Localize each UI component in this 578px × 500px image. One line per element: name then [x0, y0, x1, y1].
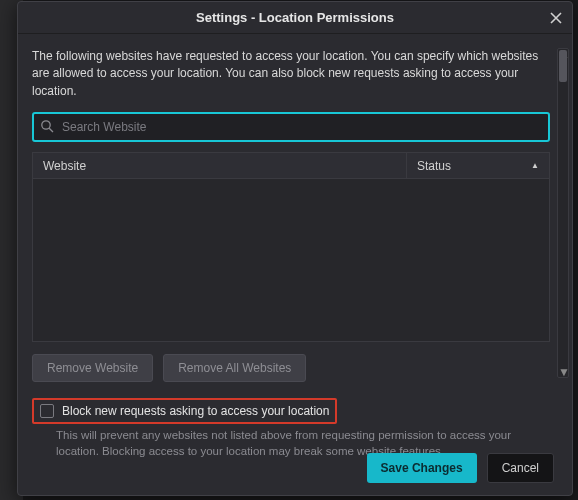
table-body: [33, 179, 549, 341]
svg-line-1: [49, 128, 53, 132]
dialog-scrollbar[interactable]: ▲ ▼: [557, 48, 569, 378]
block-new-requests-checkbox[interactable]: [40, 404, 54, 418]
cancel-button[interactable]: Cancel: [487, 453, 554, 483]
close-icon: [550, 12, 562, 24]
scroll-thumb[interactable]: [559, 50, 567, 82]
block-new-requests-label: Block new requests asking to access your…: [62, 404, 329, 418]
dialog-description: The following websites have requested to…: [32, 48, 550, 100]
sort-arrow-icon: ▲: [531, 161, 539, 170]
location-permissions-dialog: Settings - Location Permissions ▲ ▼ The …: [17, 1, 573, 496]
website-table: Website Status ▲: [32, 152, 550, 342]
remove-all-websites-button[interactable]: Remove All Websites: [163, 354, 306, 382]
table-header: Website Status ▲: [33, 153, 549, 179]
column-header-website[interactable]: Website: [33, 153, 407, 178]
column-header-status[interactable]: Status ▲: [407, 153, 549, 178]
scroll-down-icon: ▼: [558, 366, 570, 378]
save-changes-button[interactable]: Save Changes: [367, 453, 477, 483]
remove-website-button[interactable]: Remove Website: [32, 354, 153, 382]
column-website-label: Website: [43, 159, 86, 173]
close-button[interactable]: [544, 6, 568, 30]
search-input[interactable]: [32, 112, 550, 142]
column-status-label: Status: [417, 159, 451, 173]
dialog-title: Settings - Location Permissions: [196, 10, 394, 25]
block-new-requests-row[interactable]: Block new requests asking to access your…: [32, 398, 337, 424]
search-icon: [40, 119, 54, 136]
dialog-titlebar: Settings - Location Permissions: [18, 2, 572, 34]
svg-point-0: [42, 121, 50, 129]
